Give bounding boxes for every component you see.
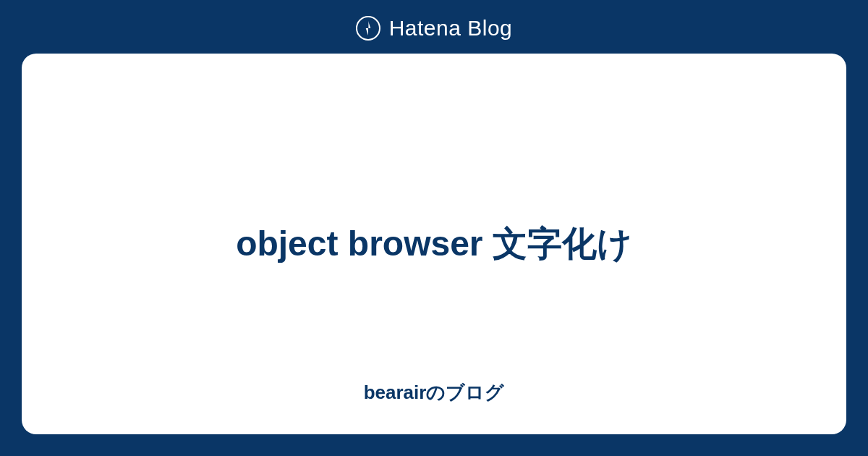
blog-name: bearairのブログ (364, 380, 505, 405)
header: Hatena Blog (356, 0, 513, 54)
article-title: object browser 文字化け (236, 219, 632, 268)
logo-text: Hatena Blog (389, 16, 513, 41)
content-card: object browser 文字化け bearairのブログ (22, 54, 846, 434)
hatena-logo-icon (356, 16, 380, 41)
